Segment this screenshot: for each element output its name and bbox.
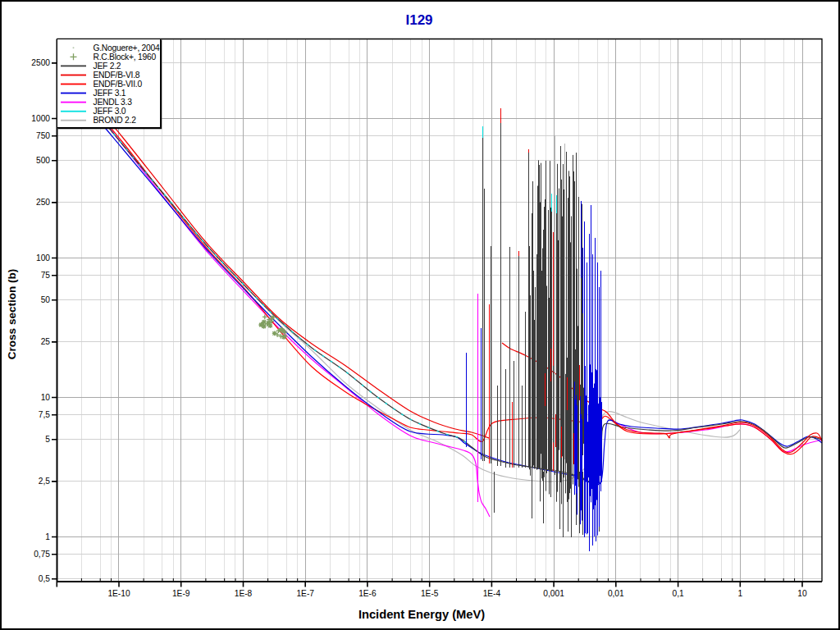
svg-text:75: 75	[41, 271, 51, 280]
svg-text:2,5: 2,5	[39, 477, 50, 486]
svg-text:1E-7: 1E-7	[296, 589, 314, 598]
svg-text:0,1: 0,1	[673, 589, 684, 598]
svg-text:JEFF 3.1: JEFF 3.1	[94, 89, 126, 98]
svg-text:0,01: 0,01	[608, 589, 624, 598]
svg-text:1E-6: 1E-6	[358, 589, 377, 598]
svg-text:G.Noguere+, 2004: G.Noguere+, 2004	[94, 43, 161, 52]
svg-text:10: 10	[41, 393, 51, 402]
svg-text:JENDL 3.3: JENDL 3.3	[94, 98, 133, 107]
svg-text:1000: 1000	[31, 114, 50, 123]
svg-text:1E-10: 1E-10	[107, 589, 130, 598]
svg-text:250: 250	[36, 198, 50, 207]
svg-text:1: 1	[737, 589, 742, 598]
svg-text:750: 750	[36, 131, 50, 140]
svg-text:JEF 2.2: JEF 2.2	[94, 62, 121, 71]
svg-text:10: 10	[797, 589, 807, 598]
svg-text:0,001: 0,001	[543, 589, 564, 598]
svg-text:JEFF 3.0: JEFF 3.0	[94, 107, 126, 116]
svg-text:25: 25	[41, 337, 51, 346]
svg-text:1E-9: 1E-9	[172, 589, 190, 598]
svg-text:Incident Energy (MeV): Incident Energy (MeV)	[358, 608, 485, 621]
svg-text:0,75: 0,75	[34, 550, 50, 559]
svg-text:ENDF/B-VII.0: ENDF/B-VII.0	[94, 80, 143, 89]
svg-text:BROND 2.2: BROND 2.2	[94, 116, 137, 125]
svg-text:1E-4: 1E-4	[483, 589, 501, 598]
svg-text:I129: I129	[405, 12, 432, 28]
svg-text:0,5: 0,5	[39, 574, 50, 583]
svg-text:R.C.Block+, 1960: R.C.Block+, 1960	[94, 52, 157, 62]
svg-text:ENDF/B-VI.8: ENDF/B-VI.8	[94, 71, 140, 80]
svg-text:7,5: 7,5	[39, 410, 50, 419]
svg-text:5: 5	[45, 435, 50, 444]
svg-text:Cross section (b): Cross section (b)	[6, 269, 18, 359]
svg-text:1: 1	[45, 532, 50, 541]
svg-text:50: 50	[41, 295, 51, 304]
svg-text:1E-8: 1E-8	[235, 589, 253, 598]
svg-text:2500: 2500	[31, 58, 50, 67]
svg-text:1E-5: 1E-5	[421, 589, 439, 598]
svg-text:100: 100	[36, 253, 50, 262]
svg-text:500: 500	[36, 156, 50, 165]
